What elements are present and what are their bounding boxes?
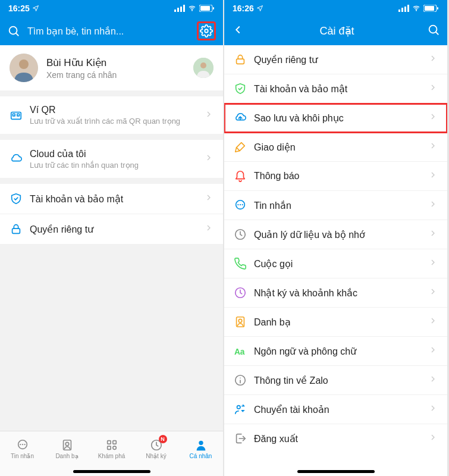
list-item[interactable]: Quyền riêng tư <box>0 214 223 244</box>
status-time: 16:25 <box>8 4 30 13</box>
svg-rect-34 <box>437 7 438 10</box>
tab-label: Khám phá <box>98 453 125 459</box>
list-item-title: Tài khoản và bảo mật <box>30 193 204 205</box>
list-item-subtitle: Lưu trữ và xuất trình các mã QR quan trọ… <box>30 117 204 126</box>
list-item[interactable]: Thông tin về Zalo <box>224 366 447 395</box>
home-indicator <box>224 466 447 476</box>
tab-explore[interactable]: Khám phá <box>89 431 134 466</box>
phone-right: 16:26 Cài đặt Quyền riêng tưTài khoản và… <box>224 0 447 476</box>
list-item[interactable]: Nhật ký và khoảnh khắc <box>224 278 447 308</box>
svg-rect-33 <box>425 6 434 11</box>
list-item[interactable]: AaNgôn ngữ và phông chữ <box>224 337 447 366</box>
search-header[interactable]: Tìm bạn bè, tin nhắn... <box>0 17 223 45</box>
chevron-right-icon <box>428 228 438 240</box>
search-button[interactable] <box>427 23 440 39</box>
list-item-title: Cloud của tôi <box>30 148 204 159</box>
list-item-title: Quyền riêng tư <box>30 224 204 235</box>
tab-person[interactable]: Cá nhân <box>178 431 223 466</box>
list-item[interactable]: Danh bạ <box>224 308 447 337</box>
svg-rect-15 <box>13 114 15 116</box>
status-bar: 16:26 <box>224 0 447 17</box>
search-icon <box>427 23 440 36</box>
signal-icon <box>174 5 185 12</box>
list-item-title: Giao diện <box>254 142 428 153</box>
chevron-right-icon <box>428 199 438 211</box>
list-item[interactable]: Cloud của tôiLưu trữ các tin nhắn quan t… <box>0 140 223 178</box>
search-icon[interactable] <box>7 24 20 37</box>
list-item[interactable]: Tin nhắn <box>224 191 447 220</box>
list-item[interactable]: Sao lưu và khôi phục <box>224 104 447 133</box>
list-item[interactable]: Tài khoản và bảo mật <box>0 184 223 214</box>
shield-icon <box>234 82 254 95</box>
list-item[interactable]: Đăng xuất <box>224 424 447 453</box>
chevron-right-icon <box>204 109 213 121</box>
chevron-right-icon <box>428 112 438 124</box>
settings-list: Quyền riêng tưTài khoản và bảo mậtSao lư… <box>224 45 447 466</box>
message-icon <box>234 199 254 212</box>
svg-point-35 <box>429 26 437 33</box>
phone-left: 16:25 Tìm bạn bè, tin nhắn... <box>0 0 223 476</box>
list-item-title: Danh bạ <box>254 317 428 328</box>
svg-point-24 <box>112 446 116 450</box>
chevron-right-icon <box>428 374 438 386</box>
settings-button[interactable] <box>197 21 216 40</box>
list-item[interactable]: Cuộc gọi <box>224 249 447 278</box>
list-item[interactable]: Chuyển tài khoản <box>224 395 447 424</box>
wifi-icon <box>187 5 197 12</box>
search-placeholder: Tìm bạn bè, tin nhắn... <box>27 26 197 37</box>
chevron-right-icon <box>204 223 213 235</box>
tab-label: Danh bạ <box>55 453 78 459</box>
list-item[interactable]: Quản lý dữ liệu và bộ nhớ <box>224 220 447 249</box>
chevron-left-icon <box>231 23 244 36</box>
list-item-title: Cuộc gọi <box>254 258 428 270</box>
clock-icon <box>234 286 254 299</box>
switch-account-icon <box>234 403 254 416</box>
location-arrow-icon <box>256 5 263 12</box>
tab-label: Cá nhân <box>190 453 212 459</box>
tab-message[interactable]: Tin nhắn <box>0 431 45 466</box>
svg-rect-17 <box>12 228 20 233</box>
chevron-right-icon <box>428 316 438 328</box>
bell-icon <box>234 170 254 183</box>
svg-rect-7 <box>213 7 214 10</box>
tab-diary[interactable]: NNhật ký <box>134 431 178 466</box>
lock-icon <box>234 53 254 66</box>
svg-point-8 <box>10 27 17 35</box>
list-item-title: Nhật ký và khoảnh khắc <box>254 287 428 299</box>
svg-rect-6 <box>200 6 210 11</box>
tab-label: Tin nhắn <box>11 453 34 459</box>
avatar <box>10 54 38 82</box>
status-bar: 16:25 <box>0 0 223 17</box>
profile-row[interactable]: Bùi Hữu Kiện Xem trang cá nhân <box>0 45 223 90</box>
qr-wallet-icon <box>10 109 30 122</box>
list-item[interactable]: Ví QRLưu trữ và xuất trình các mã QR qua… <box>0 96 223 134</box>
profile-subtitle: Xem trang cá nhân <box>46 70 193 80</box>
list-item-title: Thông tin về Zalo <box>254 375 428 386</box>
svg-point-9 <box>205 29 208 33</box>
chevron-right-icon <box>204 193 213 205</box>
chevron-right-icon <box>428 54 438 65</box>
list-item[interactable]: Giao diện <box>224 133 447 162</box>
avatar-secondary <box>193 58 213 78</box>
back-button[interactable] <box>231 23 244 39</box>
list-item[interactable]: Thông báo <box>224 162 447 191</box>
svg-point-13 <box>200 62 206 68</box>
list-item-title: Tài khoản và bảo mật <box>254 83 428 95</box>
svg-point-26 <box>199 441 203 445</box>
list-item-title: Ví QR <box>30 105 204 115</box>
svg-rect-29 <box>404 7 406 12</box>
list-item-title: Chuyển tài khoản <box>254 404 428 415</box>
svg-point-4 <box>192 10 193 11</box>
content-left: Bùi Hữu Kiện Xem trang cá nhân Ví QRLưu … <box>0 45 223 431</box>
chevron-right-icon <box>204 153 213 165</box>
logout-icon <box>234 432 254 445</box>
svg-rect-22 <box>112 441 116 444</box>
svg-point-31 <box>416 10 417 11</box>
list-item[interactable]: Quyền riêng tư <box>224 45 447 74</box>
tab-bar: Tin nhắnDanh bạKhám pháNNhật kýCá nhân <box>0 431 223 466</box>
chevron-right-icon <box>428 287 438 299</box>
signal-icon <box>398 5 409 12</box>
list-item[interactable]: Tài khoản và bảo mật <box>224 74 447 104</box>
list-item-title: Đăng xuất <box>254 433 428 444</box>
tab-contacts[interactable]: Danh bạ <box>45 431 89 466</box>
